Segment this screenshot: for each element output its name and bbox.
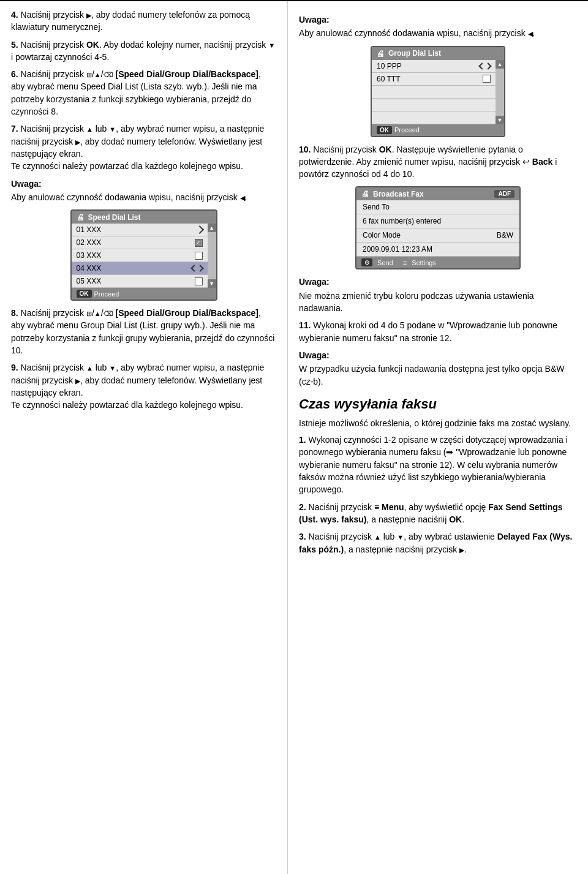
note-block-2: Uwaga: Aby anulować czynność dodawania w…: [299, 13, 577, 40]
left-column: 4. Naciśnij przycisk , aby dodać numery …: [0, 1, 288, 874]
step-10-num: 10.: [299, 145, 311, 154]
ui-row-03: 03 XXX: [72, 249, 208, 262]
ui-row-empty3: [372, 111, 496, 124]
scroll-up-arrow: ▲: [208, 224, 216, 232]
step-4-text: Naciśnij przycisk , aby dodać numery tel…: [11, 10, 250, 32]
ui-broadcast-fax-title: 🖨 Broadcast Fax ADF: [356, 187, 519, 200]
broadcast-row-count: 6 fax number(s) entered: [356, 214, 519, 228]
ok-badge-3: ⊙: [361, 258, 372, 266]
scroll-up-2: ▲: [496, 60, 504, 69]
scrollbar: ▲ ▼: [208, 224, 216, 288]
note-block-1: Uwaga: Aby anulować czynność dodawania w…: [11, 178, 276, 204]
broadcast-title-left: 🖨 Broadcast Fax: [361, 189, 424, 198]
check-60ttt: [483, 75, 491, 83]
ui-row-05: 05 XXX: [72, 275, 208, 288]
ui-group-content: 10 PPP 60 TTT ▲: [372, 60, 504, 124]
arrows-04: [192, 266, 203, 271]
ui-row-10ppp: 10 PPP: [372, 60, 496, 73]
ok-badge: OK: [77, 290, 92, 298]
step-11-text: Wykonaj kroki od 4 do 5 podane w "Wprowa…: [299, 320, 557, 342]
ui-broadcast-fax: 🖨 Broadcast Fax ADF Send To 6 fax number…: [355, 186, 521, 269]
step-7: 7. Naciśnij przycisk lub , aby wybrać nu…: [11, 122, 276, 172]
note-1-title: Uwaga:: [11, 178, 276, 190]
ui-broadcast-bottom: ⊙ Send ≡ Settings: [356, 257, 519, 268]
broadcast-row-color: Color Mode B&W: [356, 228, 519, 243]
note-block-3: Uwaga: Nie można zmienić trybu koloru po…: [299, 276, 577, 314]
menu-icon: ≡: [403, 259, 407, 266]
step-9: 9. Naciśnij przycisk lub , aby wybrać nu…: [11, 361, 276, 411]
ui-group-dial-list: 🖨 Group Dial List 10 PPP 60 TTT: [371, 46, 505, 137]
czas-step-3-text: Naciśnij przycisk lub , aby wybrać ustaw…: [299, 532, 572, 554]
ui-group-dial-title: 🖨 Group Dial List: [372, 47, 504, 60]
ok-badge-2: OK: [377, 126, 392, 134]
arrow-right-01: [195, 225, 203, 234]
step-10-text: Naciśnij przycisk OK. Następuje wyświetl…: [299, 145, 557, 179]
ui-group-rows: 10 PPP 60 TTT: [372, 60, 496, 124]
step-5: 5. Naciśnij przycisk OK. Aby dodać kolej…: [11, 39, 276, 64]
section-title-czas: Czas wysyłania faksu: [299, 396, 577, 412]
step-5-text: Naciśnij przycisk OK. Aby dodać kolejny …: [11, 40, 275, 62]
scrollbar-2: ▲ ▼: [496, 60, 504, 124]
intro-text: Istnieje możliwość określenia, o której …: [299, 417, 577, 429]
czas-step-2-text: Naciśnij przycisk ≡ Menu, aby wyświetlić…: [299, 502, 563, 524]
note-3-title: Uwaga:: [299, 276, 577, 288]
czas-step-1-text: Wykonaj czynności 1-2 opisane w części d…: [299, 435, 568, 494]
step-8-num: 8.: [11, 308, 18, 318]
step-8: 8. Naciśnij przycisk ⊞/▲/⌫ [Speed Dial/G…: [11, 307, 276, 356]
ui-row-empty1: [372, 86, 496, 99]
note-4-text: W przypadku użycia funkcji nadawania dos…: [299, 363, 577, 388]
right-column: Uwaga: Aby anulować czynność dodawania w…: [288, 1, 588, 874]
ui-row-empty2: [372, 99, 496, 111]
broadcast-row-date: 2009.09.01 12:23 AM: [356, 243, 519, 257]
note-block-4: Uwaga: W przypadku użycia funkcji nadawa…: [299, 349, 577, 388]
note-2-title: Uwaga:: [299, 13, 577, 26]
check-02: ✓: [195, 239, 203, 247]
ui-group-dial-bottom: OK Proceed: [372, 124, 504, 136]
settings-label: Settings: [412, 259, 436, 266]
step-8-text: Naciśnij przycisk ⊞/▲/⌫ [Speed Dial/Grou…: [11, 308, 274, 355]
step-4-num: 4.: [11, 10, 18, 20]
adf-badge: ADF: [494, 190, 514, 198]
step-4: 4. Naciśnij przycisk , aby dodać numery …: [11, 9, 276, 34]
step-5-num: 5.: [11, 40, 18, 50]
ui-speed-dial-content: 01 XXX 02 XXX ✓ 03 XXX 04 XXX: [72, 224, 216, 288]
ui-row-01: 01 XXX: [72, 224, 208, 236]
step-7-text: Naciśnij przycisk lub , aby wybrać numer…: [11, 124, 264, 171]
step-6-text: Naciśnij przycisk ⊞/▲/⌫ [Speed Dial/Grou…: [11, 69, 261, 116]
note-1-text: Aby anulować czynność dodawania wpisu, n…: [11, 191, 276, 203]
proceed-label-2: Proceed: [394, 126, 420, 134]
note-3-text: Nie można zmienić trybu koloru podczas u…: [299, 290, 577, 315]
czas-step-1-num: 1.: [299, 435, 306, 445]
step-9-text: Naciśnij przycisk lub , aby wybrać numer…: [11, 363, 264, 410]
czas-step-1: 1. Wykonaj czynności 1-2 opisane w częśc…: [299, 434, 577, 495]
step-9-num: 9.: [11, 363, 18, 372]
printer-icon-2: 🖨: [377, 49, 385, 58]
ui-speed-dial-title: 🖨 Speed Dial List: [72, 211, 216, 224]
printer-icon: 🖨: [77, 213, 85, 222]
ui-speed-dial-list: 🖨 Speed Dial List 01 XXX 02 XXX ✓ 03 XXX: [70, 209, 217, 301]
step-6-num: 6.: [11, 69, 18, 79]
czas-step-3: 3. Naciśnij przycisk lub , aby wybrać us…: [299, 530, 577, 556]
step-11-num: 11.: [299, 320, 311, 330]
check-03: [195, 252, 203, 260]
step-7-num: 7.: [11, 124, 18, 134]
step-10: 10. Naciśnij przycisk OK. Następuje wyśw…: [299, 143, 577, 181]
ui-row-04: 04 XXX: [72, 262, 208, 275]
arrows-10ppp: [480, 64, 491, 69]
scroll-down-arrow: ▼: [208, 279, 216, 288]
check-05: [195, 277, 203, 285]
ui-row-60ttt: 60 TTT: [372, 73, 496, 86]
scroll-down-2: ▼: [496, 116, 504, 124]
ui-speed-dial-bottom: OK Proceed: [72, 288, 216, 299]
note-4-title: Uwaga:: [299, 349, 577, 361]
ui-row-02: 02 XXX ✓: [72, 236, 208, 249]
broadcast-row-send-to: Send To: [356, 200, 519, 214]
step-11: 11. Wykonaj kroki od 4 do 5 podane w "Wp…: [299, 319, 577, 344]
printer-icon-3: 🖨: [361, 189, 369, 198]
proceed-label: Proceed: [94, 290, 119, 298]
czas-step-2-num: 2.: [299, 502, 306, 512]
step-6: 6. Naciśnij przycisk ⊞/▲/⌫ [Speed Dial/G…: [11, 68, 276, 118]
ui-rows-area: 01 XXX 02 XXX ✓ 03 XXX 04 XXX: [72, 224, 208, 288]
czas-step-3-num: 3.: [299, 532, 306, 541]
czas-step-2: 2. Naciśnij przycisk ≡ Menu, aby wyświet…: [299, 501, 577, 526]
